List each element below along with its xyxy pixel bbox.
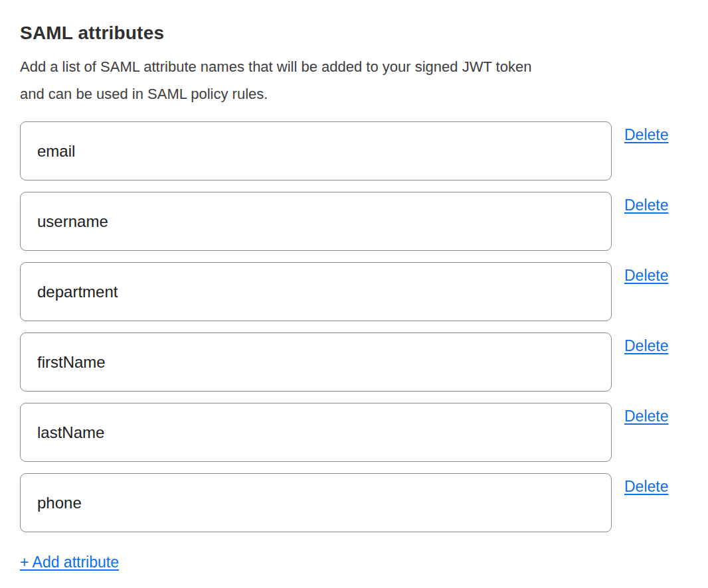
delete-attribute-link[interactable]: Delete xyxy=(624,196,668,214)
section-description-line-2: and can be used in SAML policy rules. xyxy=(20,86,268,102)
delete-attribute-link[interactable]: Delete xyxy=(624,266,668,285)
attribute-input-username[interactable] xyxy=(20,192,612,251)
attribute-row: Delete xyxy=(20,473,688,532)
delete-attribute-link[interactable]: Delete xyxy=(624,125,668,144)
attribute-row: Delete xyxy=(20,262,688,321)
saml-attributes-section: SAML attributes Add a list of SAML attri… xyxy=(0,0,708,572)
section-title: SAML attributes xyxy=(20,22,688,44)
attribute-row: Delete xyxy=(20,332,688,392)
delete-attribute-link[interactable]: Delete xyxy=(624,336,668,355)
attribute-input-lastname[interactable] xyxy=(20,403,612,462)
section-description-line-1: Add a list of SAML attribute names that … xyxy=(20,58,531,75)
attribute-input-email[interactable] xyxy=(20,121,612,181)
delete-attribute-link[interactable]: Delete xyxy=(624,407,668,425)
attribute-input-department[interactable] xyxy=(20,262,612,321)
add-attribute-link[interactable]: + Add attribute xyxy=(20,552,119,572)
attribute-row: Delete xyxy=(20,192,688,251)
attribute-input-phone[interactable] xyxy=(20,473,612,532)
delete-attribute-link[interactable]: Delete xyxy=(624,477,668,496)
attribute-input-firstname[interactable] xyxy=(20,332,612,392)
attribute-row: Delete xyxy=(20,403,688,462)
section-description: Add a list of SAML attribute names that … xyxy=(20,53,688,108)
attribute-row: Delete xyxy=(20,121,688,181)
